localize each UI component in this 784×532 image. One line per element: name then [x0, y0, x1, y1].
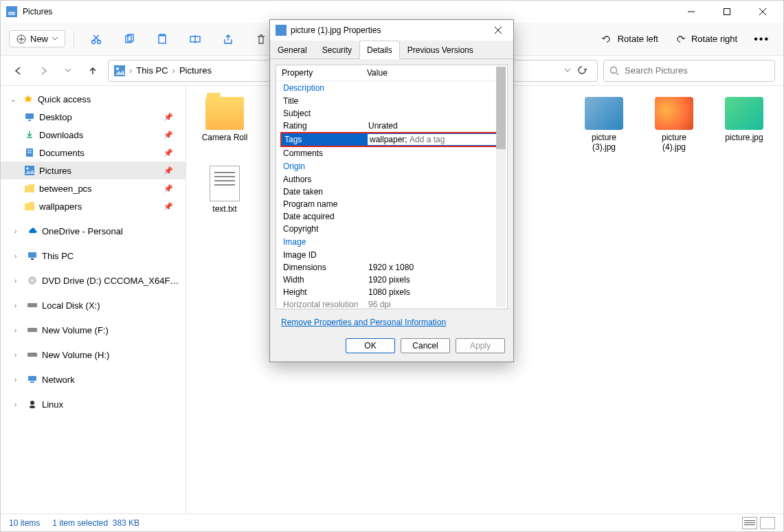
- new-label: New: [30, 34, 48, 44]
- prop-title[interactable]: Title: [283, 96, 368, 106]
- svg-point-20: [116, 67, 119, 70]
- rotate-right-button[interactable]: Rotate right: [669, 31, 743, 47]
- prop-subject[interactable]: Subject: [283, 109, 368, 118]
- sidebar-localx[interactable]: ›Local Disk (X:): [1, 296, 186, 314]
- prop-rating[interactable]: Rating: [283, 121, 368, 131]
- icons-view-button[interactable]: [760, 517, 775, 529]
- svg-rect-3: [724, 9, 730, 15]
- window-title: Pictures: [23, 7, 52, 16]
- folder-icon: [24, 201, 35, 212]
- share-button[interactable]: [214, 28, 242, 50]
- rotate-right-icon: [675, 34, 686, 45]
- remove-properties-link[interactable]: Remove Properties and Personal Informati…: [270, 315, 513, 333]
- prop-tags-row[interactable]: Tags wallpaper;: [280, 132, 503, 147]
- scroll-thumb[interactable]: [496, 67, 506, 149]
- network-icon: [27, 374, 38, 385]
- search-input[interactable]: [625, 65, 769, 76]
- sidebar-dvd[interactable]: ›DVD Drive (D:) CCCOMA_X64FRE_EN-US: [1, 271, 186, 289]
- close-button[interactable]: [753, 2, 772, 21]
- apply-button[interactable]: Apply: [456, 338, 505, 353]
- svg-point-10: [98, 40, 101, 43]
- tab-details[interactable]: Details: [359, 41, 400, 59]
- up-button[interactable]: [83, 61, 102, 80]
- folder-camera-roll[interactable]: Camera Roll: [200, 97, 249, 152]
- tags-input[interactable]: [410, 135, 499, 144]
- svg-rect-31: [31, 258, 34, 260]
- image-thumbnail: [585, 97, 623, 130]
- properties-list: PropertyValue Description Title Subject …: [276, 65, 508, 309]
- file-text[interactable]: text.txt: [200, 166, 249, 214]
- sidebar-volh[interactable]: ›New Volume (H:): [1, 346, 186, 364]
- search-box[interactable]: [603, 60, 775, 82]
- image-icon: [276, 25, 287, 36]
- prop-tags-label: Tags: [282, 133, 367, 146]
- section-origin: Origin: [276, 159, 507, 173]
- prop-authors[interactable]: Authors: [283, 175, 368, 184]
- prop-date-taken[interactable]: Date taken: [283, 187, 368, 197]
- tab-general[interactable]: General: [270, 41, 315, 58]
- prop-hres[interactable]: Horizontal resolution: [283, 300, 368, 309]
- svg-point-42: [30, 401, 34, 405]
- tab-security[interactable]: Security: [315, 41, 359, 58]
- scrollbar[interactable]: [496, 67, 506, 307]
- sidebar-item-desktop[interactable]: Desktop📌: [1, 108, 186, 126]
- details-view-button[interactable]: [742, 517, 757, 529]
- refresh-icon[interactable]: [577, 65, 587, 76]
- prop-comments[interactable]: Comments: [283, 148, 368, 158]
- linux-icon: [27, 399, 38, 410]
- file-picture[interactable]: picture.jpg: [719, 97, 769, 152]
- minimize-button[interactable]: [682, 2, 701, 21]
- prop-height[interactable]: Height: [283, 287, 368, 297]
- prop-program-name[interactable]: Program name: [283, 199, 368, 209]
- sidebar-onedrive[interactable]: ›OneDrive - Personal: [1, 222, 186, 240]
- rename-button[interactable]: [181, 28, 209, 50]
- file-picture-3[interactable]: picture (3).jpg: [579, 97, 629, 152]
- col-value: Value: [367, 68, 388, 78]
- cut-button[interactable]: [82, 28, 110, 50]
- sidebar-item-wallpapers[interactable]: wallpapers📌: [1, 197, 186, 215]
- sidebar-item-documents[interactable]: Documents📌: [1, 144, 186, 162]
- sidebar-network[interactable]: ›Network: [1, 370, 186, 388]
- tab-previous-versions[interactable]: Previous Versions: [400, 41, 481, 58]
- paste-button[interactable]: [148, 28, 176, 50]
- copy-button[interactable]: [115, 28, 143, 50]
- download-icon: [24, 129, 35, 140]
- maximize-button[interactable]: [717, 2, 737, 21]
- crumb-pictures[interactable]: Pictures: [179, 65, 212, 76]
- image-thumbnail: [655, 97, 693, 130]
- new-button[interactable]: New: [9, 30, 65, 47]
- svg-line-22: [616, 73, 618, 75]
- sidebar-linux[interactable]: ›Linux: [1, 395, 186, 413]
- prop-image-id[interactable]: Image ID: [283, 250, 368, 260]
- sidebar-item-between-pcs[interactable]: between_pcs📌: [1, 179, 186, 197]
- more-button[interactable]: •••: [748, 30, 775, 48]
- recent-dropdown[interactable]: [58, 61, 78, 80]
- ok-button[interactable]: OK: [346, 338, 395, 353]
- dialog-close-button[interactable]: [489, 21, 508, 40]
- sidebar-thispc[interactable]: ›This PC: [1, 247, 186, 265]
- prop-date-acquired[interactable]: Date acquired: [283, 212, 368, 221]
- file-picture-4[interactable]: picture (4).jpg: [649, 97, 699, 152]
- sidebar-volf[interactable]: ›New Volume (F:): [1, 321, 186, 339]
- cancel-button[interactable]: Cancel: [401, 338, 450, 353]
- svg-point-43: [30, 406, 35, 408]
- forward-button[interactable]: [34, 61, 53, 80]
- cloud-icon: [27, 225, 38, 236]
- prop-dimensions[interactable]: Dimensions: [283, 263, 368, 272]
- prop-width[interactable]: Width: [283, 275, 368, 285]
- dialog-title: picture (1).jpg Properties: [291, 25, 381, 35]
- search-icon: [609, 66, 619, 76]
- sidebar: ⌄ Quick access Desktop📌 Downloads📌 Docum…: [1, 86, 186, 513]
- chevron-down-icon: [52, 37, 58, 41]
- rotate-left-button[interactable]: Rotate left: [596, 31, 664, 47]
- sidebar-item-downloads[interactable]: Downloads📌: [1, 126, 186, 144]
- back-button[interactable]: [9, 61, 28, 80]
- prop-copyright[interactable]: Copyright: [283, 224, 368, 234]
- svg-rect-1: [8, 12, 15, 15]
- app-icon: [6, 6, 17, 17]
- chevron-down-icon[interactable]: [565, 69, 570, 72]
- quick-access[interactable]: ⌄ Quick access: [1, 90, 186, 108]
- crumb-thispc[interactable]: This PC: [136, 65, 168, 76]
- folder-icon: [24, 183, 35, 194]
- sidebar-item-pictures[interactable]: Pictures📌: [1, 162, 186, 179]
